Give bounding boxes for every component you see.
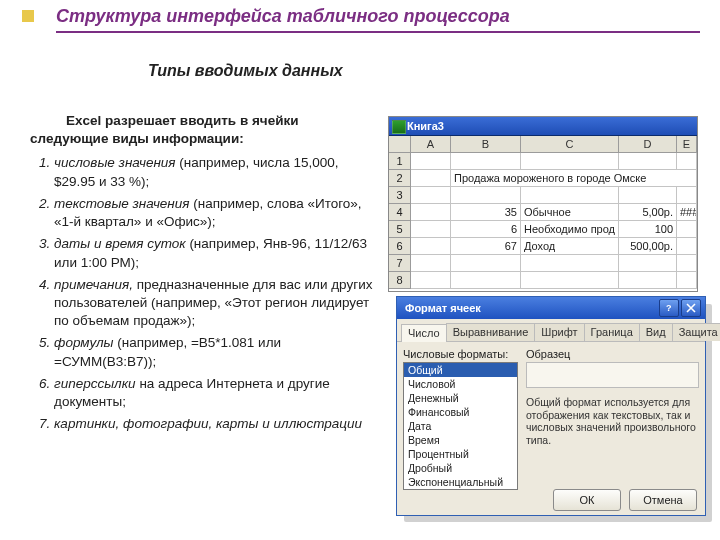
cell[interactable] — [521, 153, 619, 170]
tab-alignment[interactable]: Выравнивание — [446, 323, 536, 341]
data-types-list: числовые значения (например, числа 15,00… — [30, 154, 378, 433]
intro-bold: Excel разрешает вводить в ячейки следующ… — [30, 113, 299, 146]
cell[interactable]: 5,00р. — [619, 204, 677, 221]
format-item[interactable]: Числовой — [404, 377, 517, 391]
cell[interactable] — [677, 272, 697, 289]
dialog-title: Формат ячеек — [401, 302, 657, 314]
col-header[interactable]: A — [411, 136, 451, 153]
excel-screenshot: Книга3 A B C D E 1 2 Продажа мороженого … — [388, 116, 698, 292]
cell[interactable]: 6 — [451, 221, 521, 238]
dialog-footer: ОК Отмена — [553, 489, 697, 511]
text-block: Excel разрешает вводить в ячейки следующ… — [30, 112, 378, 438]
cell[interactable] — [411, 170, 451, 187]
cell[interactable] — [677, 153, 697, 170]
list-item: гиперссылки на адреса Интернета и другие… — [54, 375, 378, 411]
cell[interactable] — [451, 255, 521, 272]
cell-overflow[interactable]: ### — [677, 204, 697, 221]
cell[interactable]: 100 — [619, 221, 677, 238]
sample-panel: Образец Общий формат используется для от… — [526, 348, 699, 490]
cell[interactable] — [411, 238, 451, 255]
close-icon — [686, 303, 696, 313]
cell[interactable] — [619, 153, 677, 170]
cell[interactable] — [619, 272, 677, 289]
list-item: даты и время суток (например, Янв-96, 11… — [54, 235, 378, 271]
cell[interactable]: 67 — [451, 238, 521, 255]
cell[interactable]: 500,00р. — [619, 238, 677, 255]
list-item: примечания, предназначенные для вас или … — [54, 276, 378, 331]
tab-border[interactable]: Граница — [584, 323, 640, 341]
row-header[interactable]: 5 — [389, 221, 411, 238]
cell[interactable]: Необходимо прод — [521, 221, 619, 238]
row-header[interactable]: 8 — [389, 272, 411, 289]
slide: Структура интерфейса табличного процессо… — [0, 0, 720, 540]
cell[interactable] — [451, 187, 521, 204]
cancel-button[interactable]: Отмена — [629, 489, 697, 511]
cell[interactable] — [521, 272, 619, 289]
tab-fill[interactable]: Вид — [639, 323, 673, 341]
list-item: текстовые значения (например, слова «Ито… — [54, 195, 378, 231]
list-item: числовые значения (например, числа 15,00… — [54, 154, 378, 190]
tab-font[interactable]: Шрифт — [534, 323, 584, 341]
close-button[interactable] — [681, 299, 701, 317]
cell[interactable] — [619, 255, 677, 272]
cell[interactable] — [451, 153, 521, 170]
row-header[interactable]: 6 — [389, 238, 411, 255]
cell[interactable] — [677, 221, 697, 238]
format-item[interactable]: Текстовый — [404, 489, 517, 490]
cell[interactable] — [677, 255, 697, 272]
cell[interactable] — [521, 255, 619, 272]
col-header[interactable]: E — [677, 136, 697, 153]
row-header[interactable]: 7 — [389, 255, 411, 272]
cell[interactable] — [451, 272, 521, 289]
format-item[interactable]: Экспоненциальный — [404, 475, 517, 489]
format-item[interactable]: Дробный — [404, 461, 517, 475]
merged-title-cell[interactable]: Продажа мороженого в городе Омске — [451, 170, 697, 187]
col-header[interactable]: D — [619, 136, 677, 153]
sample-box — [526, 362, 699, 388]
grid: A B C D E 1 2 Продажа мороженого в город… — [389, 136, 697, 292]
row-header[interactable]: 2 — [389, 170, 411, 187]
help-button[interactable]: ? — [659, 299, 679, 317]
format-item[interactable]: Процентный — [404, 447, 517, 461]
workbook-titlebar: Книга3 — [389, 117, 697, 136]
dialog-titlebar[interactable]: Формат ячеек ? — [397, 297, 705, 319]
cell[interactable] — [619, 187, 677, 204]
tab-bar: Число Выравнивание Шрифт Граница Вид Защ… — [397, 319, 705, 342]
col-header[interactable]: B — [451, 136, 521, 153]
cell[interactable] — [411, 187, 451, 204]
format-item[interactable]: Финансовый — [404, 405, 517, 419]
tab-protection[interactable]: Защита — [672, 323, 720, 341]
svg-text:?: ? — [666, 303, 672, 313]
tab-number[interactable]: Число — [401, 324, 447, 342]
format-item[interactable]: Денежный — [404, 391, 517, 405]
format-item[interactable]: Время — [404, 433, 517, 447]
col-header[interactable]: C — [521, 136, 619, 153]
format-item[interactable]: Дата — [404, 419, 517, 433]
row-header[interactable]: 3 — [389, 187, 411, 204]
cell[interactable] — [411, 255, 451, 272]
excel-icon — [392, 120, 406, 134]
cell[interactable] — [411, 153, 451, 170]
formats-label: Числовые форматы: — [403, 348, 518, 360]
help-icon: ? — [664, 303, 674, 313]
cell[interactable]: Доход — [521, 238, 619, 255]
row-header[interactable]: 4 — [389, 204, 411, 221]
row-header[interactable]: 1 — [389, 153, 411, 170]
formats-panel: Числовые форматы: Общий Числовой Денежны… — [403, 348, 518, 490]
slide-title: Структура интерфейса табличного процессо… — [56, 6, 700, 33]
format-item[interactable]: Общий — [404, 363, 517, 377]
corner-accent — [22, 10, 34, 22]
cell[interactable]: Обычное — [521, 204, 619, 221]
ok-button[interactable]: ОК — [553, 489, 621, 511]
select-all-cell[interactable] — [389, 136, 411, 153]
slide-subtitle: Типы вводимых данных — [148, 62, 343, 80]
formats-listbox[interactable]: Общий Числовой Денежный Финансовый Дата … — [403, 362, 518, 490]
cell[interactable] — [411, 272, 451, 289]
cell[interactable]: 35 — [451, 204, 521, 221]
cell[interactable] — [677, 238, 697, 255]
cell[interactable] — [411, 221, 451, 238]
cell[interactable] — [411, 204, 451, 221]
cell[interactable] — [677, 187, 697, 204]
cell[interactable] — [521, 187, 619, 204]
list-item: картинки, фотографии, карты и иллюстраци… — [54, 415, 378, 433]
